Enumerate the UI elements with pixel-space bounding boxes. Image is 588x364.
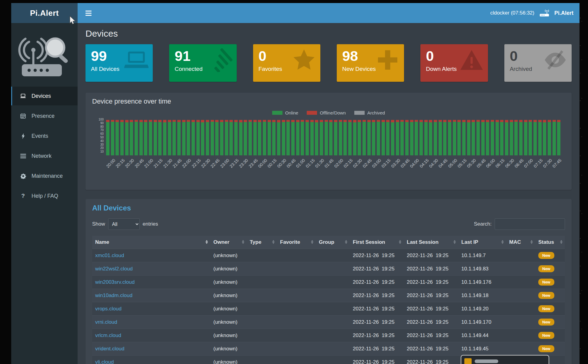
brand-logo[interactable]: Pi.Alert bbox=[11, 3, 78, 23]
cell-group bbox=[316, 316, 350, 329]
page-size-select[interactable]: All bbox=[108, 218, 140, 230]
status-badge: New bbox=[538, 319, 554, 326]
cell-first-session: 2022-11-26 19:25 bbox=[350, 329, 404, 342]
device-name-link[interactable]: vrops.cloud bbox=[95, 306, 122, 312]
stat-card-connected[interactable]: 91 Connected bbox=[169, 44, 236, 82]
bolt-icon bbox=[19, 133, 27, 139]
presence-bar bbox=[320, 120, 323, 155]
x-axis-tick: 04:15 bbox=[419, 158, 429, 169]
user-session-label[interactable]: cldocker (07:56:32) bbox=[490, 10, 534, 16]
device-name-link[interactable]: xmc01.cloud bbox=[95, 253, 124, 258]
status-badge: New bbox=[538, 305, 554, 312]
device-name-link[interactable]: vrlcm.cloud bbox=[95, 333, 121, 338]
column-header-mac[interactable]: MAC bbox=[506, 236, 535, 249]
cell-favorite bbox=[277, 329, 316, 342]
sidebar-toggle-button[interactable] bbox=[85, 11, 92, 16]
cell-type bbox=[247, 276, 277, 289]
cell-type bbox=[247, 316, 277, 329]
sidebar-item-help[interactable]: ? Help / FAQ bbox=[11, 187, 78, 205]
cell-mac bbox=[506, 249, 535, 262]
stat-card-new-devices[interactable]: 98 New Devices bbox=[337, 44, 404, 82]
cell-last-ip: 10.1.149.18 bbox=[458, 289, 506, 302]
column-header-last-ip[interactable]: Last IP bbox=[458, 236, 506, 249]
chart-legend: Online Offline/Down Archived bbox=[92, 110, 565, 115]
cell-first-session: 2022-11-26 19:25 bbox=[350, 262, 404, 276]
column-header-group[interactable]: Group bbox=[316, 236, 350, 249]
cell-mac bbox=[506, 262, 535, 276]
device-name-link[interactable]: win22wsl2.cloud bbox=[95, 266, 133, 272]
column-header-last-session[interactable]: Last Session bbox=[404, 236, 458, 249]
presence-bar bbox=[310, 120, 314, 155]
x-axis-tick: 07:15 bbox=[533, 158, 543, 169]
stat-card-favorites[interactable]: 0 Favorites bbox=[253, 44, 320, 82]
cell-last-session: 2022-11-26 19:25 bbox=[404, 249, 458, 262]
sidebar-item-events[interactable]: Events bbox=[11, 127, 78, 145]
presence-bar bbox=[439, 120, 442, 155]
x-axis-tick: 03:30 bbox=[390, 158, 401, 169]
x-axis-tick: 23:15 bbox=[229, 158, 239, 169]
column-header-name[interactable]: Name bbox=[92, 236, 210, 249]
sidebar-item-network[interactable]: Network bbox=[11, 147, 78, 165]
table-controls: Show All entries Search: bbox=[92, 218, 565, 230]
app-name-label[interactable]: Pi.Alert bbox=[554, 10, 573, 16]
cell-status: New bbox=[535, 342, 565, 356]
presence-panel-title: Device presence over time bbox=[92, 98, 565, 105]
x-axis-tick: 23:00 bbox=[219, 158, 230, 169]
stat-card-down-alerts[interactable]: 0 Down Alerts bbox=[420, 44, 488, 82]
sort-icon bbox=[501, 240, 504, 244]
cell-mac bbox=[506, 302, 535, 316]
device-name-link[interactable]: win2003srv.cloud bbox=[95, 279, 135, 285]
column-header-favorite[interactable]: Favorite bbox=[277, 236, 316, 249]
device-row: xmc01.cloud(unknown)2022-11-26 19:252022… bbox=[92, 249, 565, 262]
cell-status: New bbox=[535, 302, 565, 316]
question-icon: ? bbox=[19, 193, 27, 199]
device-row: win22wsl2.cloud(unknown)2022-11-26 19:25… bbox=[92, 262, 565, 276]
device-name-link[interactable]: vrni.cloud bbox=[95, 319, 117, 325]
column-header-first-session[interactable]: First Session bbox=[350, 236, 404, 249]
device-row: win10adm.cloud(unknown)2022-11-26 19:252… bbox=[92, 289, 565, 302]
pialert-app-window: Pi.Alert cldocker (07:56:32) Pi.Alert bbox=[11, 3, 580, 364]
search-input[interactable] bbox=[495, 218, 565, 230]
legend-swatch-offline bbox=[307, 111, 317, 115]
x-axis-tick: 01:00 bbox=[295, 158, 306, 169]
device-name-link[interactable]: vli.cloud bbox=[95, 359, 114, 364]
notification-popup bbox=[461, 355, 549, 364]
presence-bar bbox=[286, 120, 290, 155]
x-axis-tick: 21:00 bbox=[143, 158, 154, 169]
presence-bar bbox=[220, 120, 223, 155]
cell-type bbox=[247, 289, 277, 302]
sidebar-item-label: Network bbox=[32, 153, 52, 159]
presence-bar bbox=[225, 120, 228, 155]
device-row: vrni.cloud(unknown)2022-11-26 19:252022-… bbox=[92, 316, 565, 329]
cell-first-session: 2022-11-26 19:25 bbox=[350, 302, 404, 316]
device-row: win2003srv.cloud(unknown)2022-11-26 19:2… bbox=[92, 276, 565, 289]
stat-card-all-devices[interactable]: 99 All Devices bbox=[85, 44, 153, 82]
presence-bar bbox=[372, 120, 375, 155]
x-axis-tick: 20:30 bbox=[124, 158, 135, 169]
presence-bar bbox=[424, 120, 428, 155]
device-name-link[interactable]: vrident.cloud bbox=[95, 346, 124, 352]
column-header-type[interactable]: Type bbox=[247, 236, 277, 249]
device-name-link[interactable]: win10adm.cloud bbox=[95, 293, 132, 298]
presence-bar bbox=[249, 120, 252, 155]
x-axis-tick: 04:00 bbox=[409, 158, 420, 169]
legend-swatch-archived bbox=[354, 111, 365, 115]
column-header-owner[interactable]: Owner bbox=[210, 236, 247, 249]
presence-bar bbox=[139, 120, 143, 155]
presence-bar bbox=[434, 120, 437, 155]
network-icon bbox=[19, 154, 27, 158]
stat-card-archived[interactable]: 0 Archived bbox=[504, 44, 572, 82]
sidebar-item-maintenance[interactable]: Maintenance bbox=[11, 167, 78, 185]
sidebar-item-presence[interactable]: Presence bbox=[11, 107, 78, 125]
sort-icon bbox=[242, 240, 244, 244]
sidebar-item-devices[interactable]: Devices bbox=[11, 87, 78, 105]
y-axis-tick: 30 bbox=[92, 143, 104, 146]
legend-item-archived: Archived bbox=[354, 110, 385, 115]
cell-group bbox=[316, 342, 350, 356]
column-header-status[interactable]: Status bbox=[535, 236, 565, 249]
x-axis-tick: 01:30 bbox=[314, 158, 325, 169]
x-axis-tick: 03:45 bbox=[399, 158, 410, 169]
cell-owner: (unknown) bbox=[210, 342, 247, 356]
y-axis-tick: 20 bbox=[92, 147, 104, 150]
presence-bar bbox=[239, 120, 242, 155]
